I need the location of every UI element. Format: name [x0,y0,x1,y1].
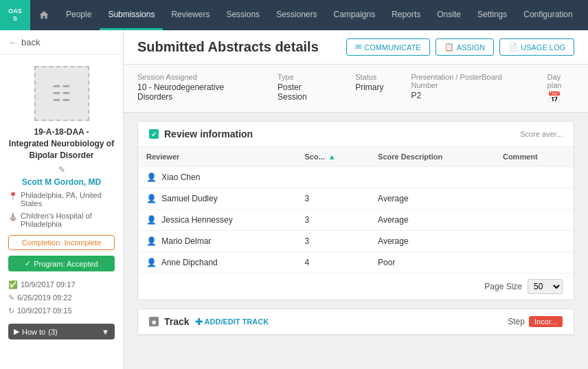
abstract-id-title: 19-A-18-DAA - Integrated Neurobiology of… [0,126,123,164]
date-modified-icon: ✎ [8,291,14,304]
page-size-select[interactable]: 50 100 [528,279,563,294]
col-description[interactable]: Score Description [370,147,495,167]
page-title: Submitted Abstracts details [137,39,319,55]
reviewer-name: 👤 Xiao Chen [138,167,296,188]
nav-item-reviewers[interactable]: Reviewers [163,0,218,30]
score-average: Score aver... [520,130,563,138]
review-title: ✓ Review information [149,128,253,139]
track-section: ■ Track ✚ ADD/EDIT TRACK Step Incor... [137,309,574,335]
main-content: Submitted Abstracts details ✉ COMMUNICAT… [124,30,588,369]
reviewer-score: 3 [296,231,370,252]
top-navigation: OASS People Submissions Reviewers Sessio… [0,0,588,30]
nav-item-configuration[interactable]: Configuration [515,0,580,30]
step-badge: Incor... [529,316,563,327]
reviewer-name: 👤 Jessica Hennessey [138,210,296,231]
reviewer-comment [495,188,574,210]
date-other-icon: ↻ [8,304,14,317]
reviewer-description: Poor [370,252,495,273]
reviewer-score: 4 [296,252,370,273]
log-icon: 📄 [508,43,518,52]
sidebar: ← back ☷ 19-A-18-DAA - Integrated Neurob… [0,30,124,369]
reviewer-person-icon: 👤 [146,215,157,225]
reviewer-person-icon: 👤 [146,194,157,203]
nav-item-onsite[interactable]: Onsite [429,0,469,30]
reviewer-description: Average [370,188,495,210]
completion-badge[interactable]: Completion: Incomplete [8,235,115,250]
nav-item-sessioners[interactable]: Sessioners [268,0,325,30]
reviewer-comment [495,210,574,231]
reviewer-description: Average [370,210,495,231]
date-created-icon: ✅ [8,278,18,291]
table-row: 👤 Xiao Chen [138,167,574,188]
col-comment[interactable]: Comment [495,147,574,167]
calendar-icon: 📅 [547,91,561,103]
reviewer-comment [495,167,574,188]
hospital: ⛪ Children's Hospital of Philadelphia [0,210,123,232]
program-badge[interactable]: ✓ Program: Accepted [8,256,115,271]
nav-home-button[interactable] [30,0,58,30]
reviewer-name: 👤 Samuel Dudley [138,188,296,210]
review-section: ✓ Review information Score aver... Revie… [137,121,574,300]
reviewer-description: Average [370,231,495,252]
type-detail: Type Poster Session [278,73,328,104]
sort-icon: ▲ [328,153,336,161]
back-arrow-icon: ← [8,37,17,47]
track-section-header: ■ Track ✚ ADD/EDIT TRACK Step Incor... [138,309,574,335]
presentation-detail: Presentation / PosterBoard Number P2 [411,73,520,104]
nav-item-analytics[interactable]: Analytics [581,0,588,30]
video-icon: ▶ [14,327,19,336]
review-checkbox-icon: ✓ [149,129,159,139]
review-table: Reviewer Sco... ▲ Score Description Comm… [138,147,574,273]
reviewer-score: 3 [296,210,370,231]
check-icon: ✓ [25,259,31,268]
col-score[interactable]: Sco... ▲ [296,147,370,167]
reviewer-score [296,167,370,188]
reviewer-name: 👤 Mario Delmar [138,231,296,252]
back-button[interactable]: ← back [0,30,123,55]
table-header-row: Reviewer Sco... ▲ Score Description Comm… [138,147,574,167]
chevron-down-icon: ▼ [102,328,109,336]
review-section-header: ✓ Review information Score aver... [138,122,574,147]
track-title: Track [164,316,190,327]
email-icon: ✉ [355,43,361,52]
logo-text: OASS [8,8,22,23]
table-row: 👤 Anne Dipchand 4 Poor [138,252,574,273]
reviewer-description [370,167,495,188]
track-title-group: ■ Track ✚ ADD/EDIT TRACK [149,316,269,327]
header-actions: ✉ COMMUNICATE 📋 ASSIGN 📄 USAGE LOG [346,38,574,56]
nav-item-people[interactable]: People [58,0,100,30]
nav-item-submissions[interactable]: Submissions [100,0,163,30]
page-size-row: Page Size 50 100 [138,273,574,300]
reviewer-person-icon: 👤 [146,172,157,182]
reviewer-person-icon: 👤 [146,236,157,246]
assign-button[interactable]: 📋 ASSIGN [436,38,495,56]
status-detail: Status Primary [355,73,383,104]
table-row: 👤 Jessica Hennessey 3 Average [138,210,574,231]
nav-item-settings[interactable]: Settings [469,0,515,30]
track-step: Step Incor... [508,316,563,327]
location-icon: 📍 [8,192,18,201]
avatar: ☷ [34,66,89,121]
session-assigned-detail: Session Assigned 10 - Neurodegenerative … [137,73,250,104]
main-header: Submitted Abstracts details ✉ COMMUNICAT… [124,30,588,65]
track-checkbox-icon: ■ [149,317,159,326]
col-reviewer[interactable]: Reviewer [138,147,296,167]
add-edit-track-button[interactable]: ✚ ADD/EDIT TRACK [195,317,269,327]
nav-item-reports[interactable]: Reports [383,0,429,30]
usage-log-button[interactable]: 📄 USAGE LOG [499,38,574,56]
dates-section: ✅ 10/9/2017 09:17 ✎ 6/26/2019 09:22 ↻ 10… [0,274,123,321]
nav-item-sessions[interactable]: Sessions [218,0,268,30]
reviewer-comment [495,231,574,252]
reviewer-name: 👤 Anne Dipchand [138,252,296,273]
author-name[interactable]: Scott M Gordon, MD [0,176,123,188]
nav-item-campaigns[interactable]: Campaigns [326,0,384,30]
hospital-icon: ⛪ [8,212,18,221]
edit-icon[interactable]: ✎ [58,165,65,175]
howto-button[interactable]: ▶ How to (3) ▼ [8,324,115,339]
document-icon: ☷ [52,80,71,107]
day-plan-detail: Day plan 📅 [547,73,574,104]
table-row: 👤 Samuel Dudley 3 Average [138,188,574,210]
communicate-button[interactable]: ✉ COMMUNICATE [346,38,429,56]
nav-logo[interactable]: OASS [0,0,30,30]
reviewer-person-icon: 👤 [146,258,157,267]
